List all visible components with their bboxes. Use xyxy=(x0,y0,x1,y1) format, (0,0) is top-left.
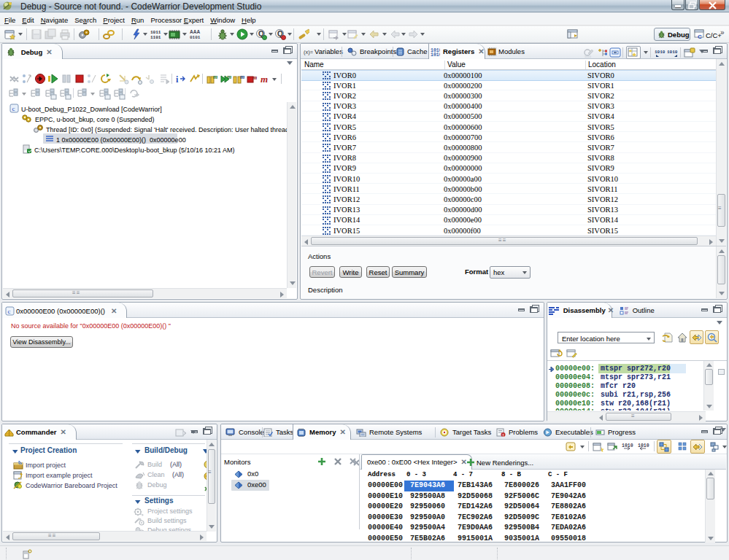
svg-text:c: c xyxy=(8,308,11,315)
svg-text:1010: 1010 xyxy=(585,55,592,58)
svg-text:i: i xyxy=(176,74,179,85)
svg-text:C: C xyxy=(698,34,702,40)
svg-text:m: m xyxy=(252,74,257,81)
svg-text:m: m xyxy=(261,74,268,85)
svg-text:0101: 0101 xyxy=(190,35,201,40)
svg-text:1010: 1010 xyxy=(431,52,440,56)
svg-text:m: m xyxy=(240,74,244,80)
svg-text:1010: 1010 xyxy=(667,50,678,55)
svg-text:(x)=: (x)= xyxy=(304,49,313,55)
svg-text:!: ! xyxy=(503,433,504,438)
svg-text:c: c xyxy=(12,105,15,112)
svg-text:AAA: AAA xyxy=(190,29,200,34)
svg-text:1011: 1011 xyxy=(150,30,161,35)
svg-text:1010: 1010 xyxy=(638,443,649,448)
svg-text:m: m xyxy=(227,74,231,80)
svg-text:1101: 1101 xyxy=(150,35,161,40)
svg-text:1010: 1010 xyxy=(622,443,633,448)
svg-text:1010: 1010 xyxy=(655,50,666,55)
svg-text:m: m xyxy=(213,74,217,80)
